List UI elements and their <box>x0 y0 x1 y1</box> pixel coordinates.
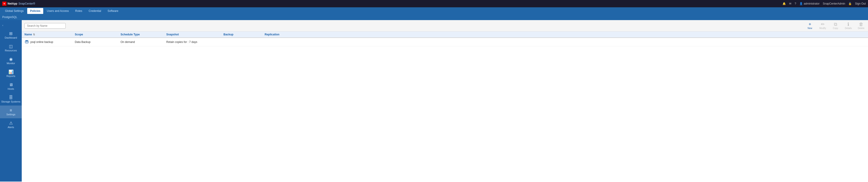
toolbar-actions: + New ✏ Modify ⧉ Copy ℹ Details 🗑 Del <box>806 22 865 30</box>
tab-software[interactable]: Software <box>105 8 121 14</box>
sidebar-label-hosts: Hosts <box>7 87 14 90</box>
tab-roles[interactable]: Roles <box>72 8 85 14</box>
tab-policies[interactable]: Policies <box>27 8 43 14</box>
details-icon: ℹ <box>847 22 849 27</box>
sort-name-icon[interactable]: ⇅ <box>33 33 35 36</box>
top-nav-right: 🔔 ✉ ? 👤 administrator SnapCenterAdmin 🔓 … <box>782 2 866 5</box>
monitor-icon: ◉ <box>9 57 13 61</box>
new-icon: + <box>809 22 811 27</box>
copy-icon: ⧉ <box>834 22 837 27</box>
top-nav-left: N NetApp SnapCenter® <box>2 2 35 6</box>
sidebar-item-resources[interactable]: ◫ Resources <box>0 42 22 54</box>
sidebar-item-alerts[interactable]: ⚠ Alerts <box>0 118 22 131</box>
dashboard-icon: ⊞ <box>9 32 12 36</box>
details-label: Details <box>845 27 852 30</box>
app-name: SnapCenter® <box>19 2 35 5</box>
col-header-schedule: Schedule Type <box>121 33 166 36</box>
new-button[interactable]: + New <box>806 22 814 30</box>
modify-label: Modify <box>819 27 826 30</box>
logo-box-icon: N <box>2 2 6 6</box>
sidebar-label-settings: Settings <box>6 113 16 116</box>
col-header-name: Name ⇅ <box>25 33 75 36</box>
delete-label: Delete <box>858 27 865 30</box>
sidebar-label-resources: Resources <box>5 49 17 52</box>
reports-icon: 📊 <box>8 70 13 74</box>
sidebar-item-hosts[interactable]: 🖥 Hosts <box>0 80 22 93</box>
alerts-icon: ⚠ <box>9 121 13 125</box>
search-input[interactable] <box>25 23 66 29</box>
sidebar-item-storage-systems[interactable]: 🗄 Storage Systems <box>0 93 22 106</box>
new-label: New <box>808 27 812 30</box>
sidebar-label-monitor: Monitor <box>7 62 15 65</box>
col-name-text: Name <box>25 33 32 36</box>
resources-icon: ◫ <box>9 44 13 48</box>
main-layout: ‹ ⊞ Dashboard ◫ Resources ◉ Monitor 📊 Re… <box>0 20 868 182</box>
user-info: 👤 administrator <box>799 2 819 5</box>
details-button[interactable]: ℹ Details <box>844 22 852 30</box>
sidebar-item-dashboard[interactable]: ⊞ Dashboard <box>0 29 22 42</box>
sidebar-label-storage-systems: Storage Systems <box>1 100 21 103</box>
sign-out-link[interactable]: Sign Out <box>855 2 866 5</box>
copy-button[interactable]: ⧉ Copy <box>831 22 840 30</box>
tab-credential[interactable]: Credential <box>86 8 104 14</box>
username-label[interactable]: administrator <box>804 2 819 5</box>
svg-point-0 <box>25 40 28 42</box>
delete-button[interactable]: 🗑 Delete <box>857 22 865 30</box>
col-header-snapshot: Snapshot <box>166 33 223 36</box>
modify-button[interactable]: ✏ Modify <box>818 22 827 30</box>
cell-snapshot: Retain copies for : 7 days <box>166 40 223 44</box>
delete-icon: 🗑 <box>859 22 863 27</box>
search-area <box>25 23 66 29</box>
help-icon[interactable]: ? <box>795 2 796 5</box>
sign-out-icon: 🔓 <box>848 2 852 5</box>
secondary-nav: Global Settings Policies Users and Acces… <box>0 7 868 14</box>
tab-global-settings[interactable]: Global Settings <box>2 8 26 14</box>
sidebar-item-monitor[interactable]: ◉ Monitor <box>0 54 22 67</box>
col-header-backup: Backup <box>223 33 265 36</box>
col-header-replication: Replication <box>265 33 865 36</box>
db-icon <box>25 40 29 44</box>
top-nav-bar: N NetApp SnapCenter® 🔔 ✉ ? 👤 administrat… <box>0 0 868 7</box>
sidebar-label-dashboard: Dashboard <box>5 36 17 39</box>
mail-icon[interactable]: ✉ <box>789 2 792 5</box>
breadcrumb: PostgreSQL <box>0 14 868 20</box>
cell-name-text: psql online backup <box>30 40 53 44</box>
cell-name: psql online backup <box>25 40 75 44</box>
sidebar-item-reports[interactable]: 📊 Reports <box>0 67 22 80</box>
toolbar: + New ✏ Modify ⧉ Copy ℹ Details 🗑 Del <box>22 20 868 32</box>
col-header-scope: Scope <box>75 33 121 36</box>
sidebar-label-alerts: Alerts <box>7 126 14 129</box>
cell-scope: Data Backup <box>75 40 121 44</box>
main-content: + New ✏ Modify ⧉ Copy ℹ Details 🗑 Del <box>22 20 868 182</box>
sidebar: ‹ ⊞ Dashboard ◫ Resources ◉ Monitor 📊 Re… <box>0 20 22 182</box>
sidebar-label-reports: Reports <box>6 75 15 77</box>
netapp-logo: N NetApp SnapCenter® <box>2 2 35 6</box>
chevron-left-icon: ‹ <box>2 24 3 27</box>
instance-label[interactable]: SnapCenterAdmin <box>823 2 845 5</box>
sidebar-toggle[interactable]: ‹ <box>0 22 22 29</box>
hosts-icon: 🖥 <box>9 83 13 87</box>
copy-label: Copy <box>833 27 838 30</box>
sidebar-item-settings[interactable]: ≡ Settings <box>0 106 22 118</box>
user-person-icon: 👤 <box>799 2 803 5</box>
storage-systems-icon: 🗄 <box>9 96 13 100</box>
table-header: Name ⇅ Scope Schedule Type Snapshot Back… <box>22 32 868 38</box>
tab-users-and-access[interactable]: Users and Access <box>44 8 71 14</box>
brand-name: NetApp <box>7 2 18 5</box>
breadcrumb-text: PostgreSQL <box>2 15 17 19</box>
notification-icon[interactable]: 🔔 <box>782 2 786 5</box>
cell-schedule-type: On demand <box>121 40 166 44</box>
settings-icon: ≡ <box>10 108 12 112</box>
modify-icon: ✏ <box>821 22 825 27</box>
table-row[interactable]: psql online backup Data Backup On demand… <box>22 38 868 46</box>
